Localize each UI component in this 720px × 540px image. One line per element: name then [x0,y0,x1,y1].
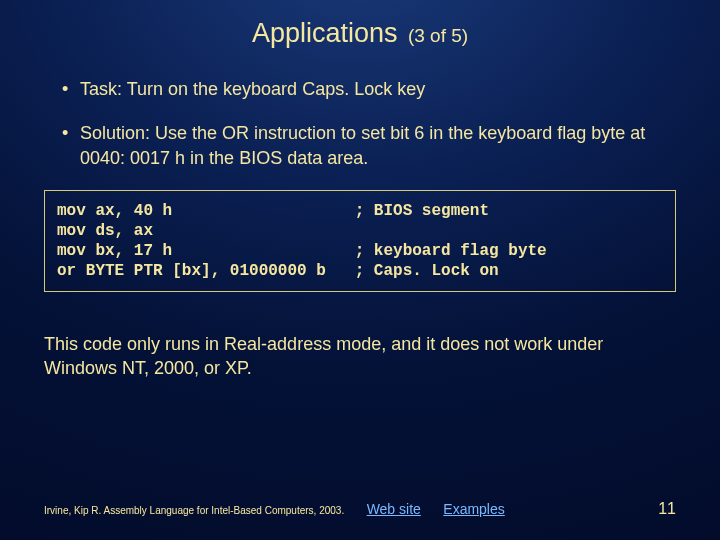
note-text: This code only runs in Real-address mode… [44,332,676,381]
bullet-text: Solution: Use the OR instruction to set … [80,123,645,167]
citation-text: Irvine, Kip R. Assembly Language for Int… [44,505,344,516]
bullet-item: •Task: Turn on the keyboard Caps. Lock k… [44,77,680,101]
slide-subtitle: (3 of 5) [408,25,468,46]
bullet-icon: • [62,77,80,101]
bullet-item: •Solution: Use the OR instruction to set… [44,121,680,170]
bullet-text: Task: Turn on the keyboard Caps. Lock ke… [80,79,425,99]
slide-title: Applications [252,18,398,48]
bullet-icon: • [62,121,80,145]
page-number: 11 [658,500,676,518]
examples-link[interactable]: Examples [443,501,504,517]
slide-title-area: Applications (3 of 5) [0,0,720,49]
bullet-list: •Task: Turn on the keyboard Caps. Lock k… [0,77,720,170]
web-site-link[interactable]: Web site [367,501,421,517]
footer: Irvine, Kip R. Assembly Language for Int… [0,500,720,518]
code-box: mov ax, 40 h ; BIOS segment mov ds, ax m… [44,190,676,292]
